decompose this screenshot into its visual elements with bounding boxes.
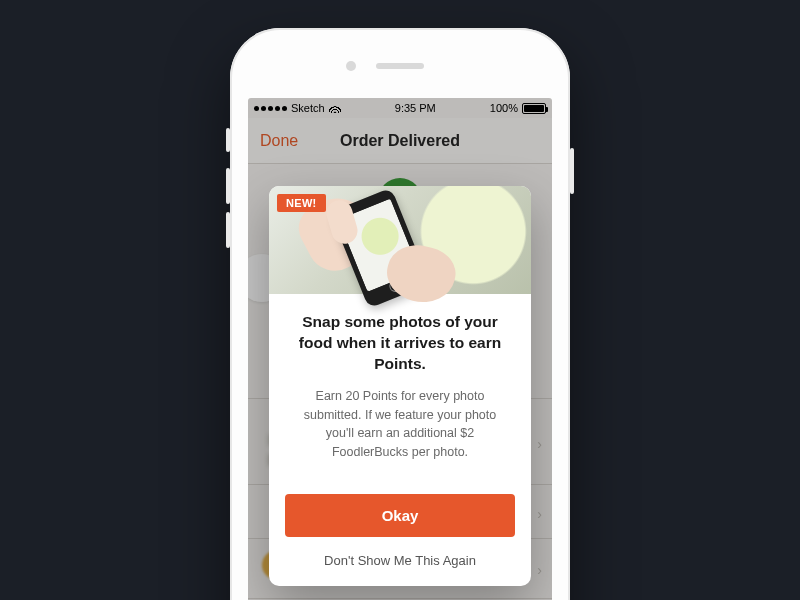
modal-heading: Snap some photos of your food when it ar… bbox=[289, 312, 511, 375]
phone-screen: Sketch 9:35 PM 100% Done Order Delivered… bbox=[248, 98, 552, 600]
promo-modal: NEW! Snap some photos of your food when … bbox=[269, 186, 531, 586]
modal-hero-image: NEW! bbox=[269, 186, 531, 294]
device-volume-up bbox=[226, 168, 230, 204]
modal-overlay: NEW! Snap some photos of your food when … bbox=[248, 98, 552, 600]
device-power-button bbox=[570, 148, 574, 194]
device-mute-switch bbox=[226, 128, 230, 152]
okay-button[interactable]: Okay bbox=[285, 494, 515, 537]
device-speaker bbox=[376, 63, 424, 69]
device-camera bbox=[346, 61, 356, 71]
modal-body-text: Earn 20 Points for every photo submitted… bbox=[289, 387, 511, 462]
phone-device: Sketch 9:35 PM 100% Done Order Delivered… bbox=[230, 28, 570, 600]
new-badge: NEW! bbox=[277, 194, 326, 212]
dont-show-again-button[interactable]: Don't Show Me This Again bbox=[269, 537, 531, 586]
device-volume-down bbox=[226, 212, 230, 248]
